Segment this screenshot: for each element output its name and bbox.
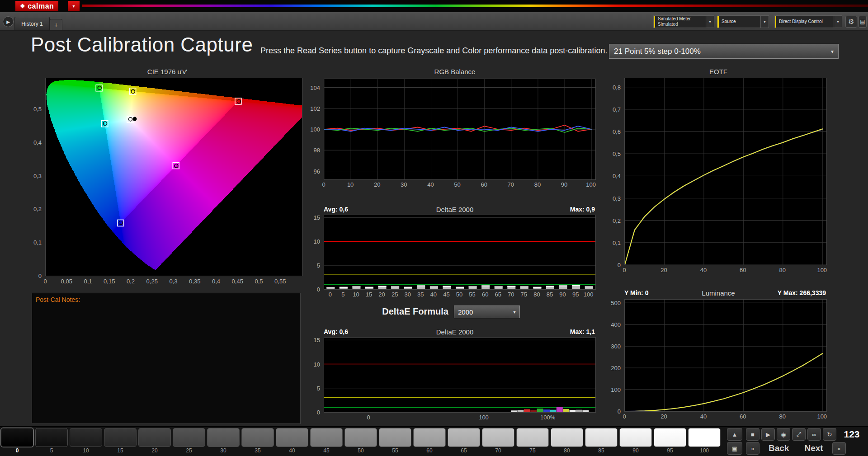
grayscale-patch-65[interactable]: 65 (448, 428, 480, 454)
patch-swatch[interactable] (448, 428, 480, 447)
calman-logo-icon: ❖ (20, 3, 25, 9)
grayscale-patch-100[interactable]: 100 (688, 428, 721, 454)
scroll-up-button[interactable]: ▲ (727, 428, 742, 441)
axis-tick-label: 10 (347, 181, 354, 188)
axis-tick-label: 60 (482, 291, 488, 298)
patch-swatch[interactable] (585, 428, 618, 447)
patch-swatch[interactable] (344, 428, 377, 447)
panel-toggle-button[interactable]: ▤ (859, 16, 867, 28)
patch-label: 50 (344, 447, 377, 454)
deltae-color-plot (324, 337, 596, 413)
back-chevron-button[interactable]: « (746, 442, 760, 455)
continuous-button[interactable]: ∞ (807, 428, 821, 441)
grayscale-patch-40[interactable]: 40 (276, 428, 308, 454)
tab-history-1[interactable]: History 1 (14, 17, 50, 30)
grayscale-patch-30[interactable]: 30 (207, 428, 240, 454)
grayscale-patch-90[interactable]: 90 (619, 428, 652, 454)
patch-swatch[interactable] (276, 428, 308, 447)
grayscale-patch-20[interactable]: 20 (138, 428, 171, 454)
grayscale-patch-25[interactable]: 25 (173, 428, 205, 454)
grayscale-patch-70[interactable]: 70 (482, 428, 514, 454)
post-cal-notes-area[interactable]: Post-Cal Notes: (32, 293, 301, 424)
patch-label: 55 (379, 447, 411, 454)
patch-swatch[interactable] (310, 428, 343, 447)
patch-swatch[interactable] (241, 428, 274, 447)
grayscale-patch-85[interactable]: 85 (585, 428, 618, 454)
patch-label: 100 (688, 447, 721, 454)
patch-swatch[interactable] (413, 428, 446, 447)
deltae-formula-dropdown[interactable]: 2000 ▾ (454, 306, 520, 318)
pattern-window-button[interactable]: ▣ (727, 442, 742, 455)
patch-swatch[interactable] (619, 428, 652, 447)
deltae-grayscale-plot (324, 215, 596, 290)
axis-tick-label: 0,15 (104, 278, 115, 285)
calman-logo-text: calman (28, 2, 54, 10)
patch-swatch[interactable] (654, 428, 686, 447)
next-button[interactable]: Next (798, 442, 829, 455)
patch-swatch[interactable] (516, 428, 549, 447)
axis-tick-label: 40 (430, 291, 437, 298)
add-tab-button[interactable]: + (50, 19, 62, 30)
patch-swatch[interactable] (379, 428, 411, 447)
patch-swatch[interactable] (688, 428, 721, 447)
patch-swatch[interactable] (482, 428, 514, 447)
spectrum-strip (82, 5, 868, 7)
cie-chart-title: CIE 1976 u'v' (32, 68, 303, 75)
display-control-label: Direct Display Control (779, 19, 831, 24)
patch-swatch[interactable] (70, 428, 102, 447)
axis-tick-label: 0 (623, 267, 626, 273)
axis-tick-label: 20 (660, 413, 667, 420)
record-button[interactable]: ◉ (777, 428, 790, 441)
axis-tick-label: 60 (740, 267, 746, 273)
grayscale-patch-50[interactable]: 50 (344, 428, 377, 454)
play-button[interactable]: ▶ (761, 428, 775, 441)
display-control-dropdown[interactable]: Direct Display Control ▾ (774, 15, 842, 28)
stop-button[interactable]: ■ (746, 428, 760, 441)
cie-plot (45, 78, 302, 276)
grayscale-patch-15[interactable]: 15 (104, 428, 137, 454)
grayscale-patch-60[interactable]: 60 (413, 428, 446, 454)
patch-swatch[interactable] (1, 428, 33, 447)
patch-swatch[interactable] (35, 428, 68, 447)
next-chevron-button[interactable]: » (832, 442, 846, 455)
patch-label: 25 (173, 447, 205, 454)
patch-swatch[interactable] (551, 428, 583, 447)
axis-tick-label: 0,6 (613, 128, 621, 135)
grayscale-patch-95[interactable]: 95 (654, 428, 686, 454)
grayscale-patch-45[interactable]: 45 (310, 428, 343, 454)
grayscale-patch-5[interactable]: 5 (35, 428, 68, 454)
patch-label: 40 (276, 447, 308, 454)
grayscale-patch-35[interactable]: 35 (241, 428, 274, 454)
axis-tick-label: 90 (561, 181, 567, 188)
grayscale-patch-80[interactable]: 80 (551, 428, 583, 454)
grayscale-patch-10[interactable]: 10 (70, 428, 102, 454)
patch-swatch[interactable] (173, 428, 205, 447)
chevron-down-icon[interactable]: ▾ (760, 16, 769, 28)
grayscale-patch-75[interactable]: 75 (516, 428, 549, 454)
workflow-expand-button[interactable]: ▶ (3, 16, 14, 27)
axis-tick-label: 0 (322, 181, 325, 188)
point-level-dropdown[interactable]: 21 Point 5% step 0-100% ▾ (609, 44, 839, 59)
source-dropdown[interactable]: Source ▾ (717, 15, 769, 28)
pattern-123-button[interactable]: 123 (840, 428, 863, 441)
back-button[interactable]: Back (762, 442, 795, 455)
axis-tick-label: 0,05 (61, 278, 72, 285)
axis-tick-label: 100% (540, 414, 555, 421)
chevron-down-icon[interactable]: ▾ (834, 16, 842, 28)
axis-tick-label: 0,1 (33, 239, 42, 246)
patch-swatch[interactable] (207, 428, 240, 447)
patch-swatch[interactable] (104, 428, 137, 447)
axis-tick-label: 0,5 (255, 278, 263, 285)
logo-menu-button[interactable]: ▾ (68, 1, 80, 11)
patch-swatch[interactable] (138, 428, 171, 447)
meter-dropdown[interactable]: Simulated MeterSimulated ▾ (653, 15, 714, 28)
refresh-button[interactable]: ↻ (823, 428, 836, 441)
axis-tick-label: 30 (404, 291, 410, 298)
grayscale-patch-0[interactable]: 0 (1, 428, 33, 454)
grayscale-patch-55[interactable]: 55 (379, 428, 411, 454)
axis-tick-label: 0,5 (613, 150, 621, 157)
axis-tick-label: 0 (38, 273, 42, 279)
chevron-down-icon[interactable]: ▾ (706, 16, 714, 28)
expand-button[interactable]: ⤢ (792, 428, 806, 441)
settings-gear-button[interactable]: ⚙ (845, 16, 857, 28)
